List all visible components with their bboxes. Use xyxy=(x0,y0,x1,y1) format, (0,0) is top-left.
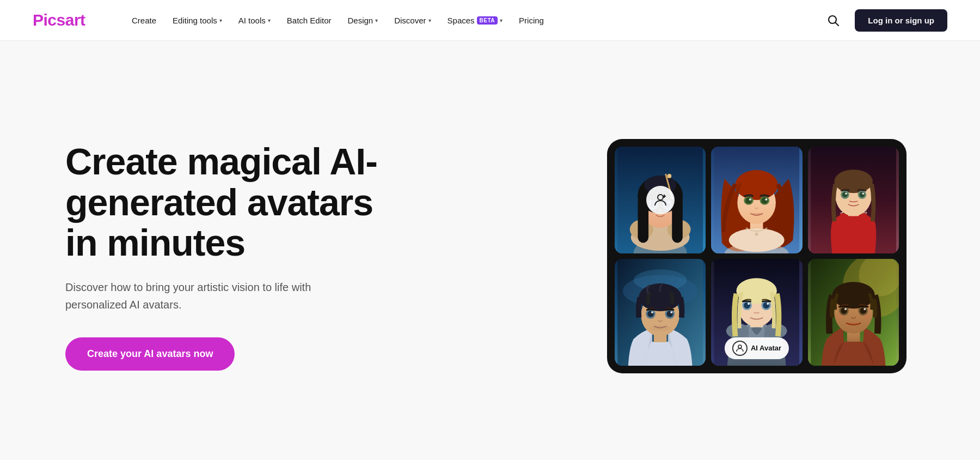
hero-left: Create magical AI-generated avatars in m… xyxy=(65,141,403,371)
avatar-cell-golden xyxy=(808,259,899,366)
svg-point-73 xyxy=(767,302,769,305)
svg-point-67 xyxy=(737,278,777,304)
hero-title: Create magical AI-generated avatars in m… xyxy=(65,141,403,263)
cta-button[interactable]: Create your AI avatars now xyxy=(65,337,235,371)
chevron-down-icon: ▾ xyxy=(219,17,222,23)
search-button[interactable] xyxy=(822,9,844,31)
nav-item-editing-tools[interactable]: Editing tools ▾ xyxy=(166,11,229,29)
nav-item-batch-editor[interactable]: Batch Editor xyxy=(280,11,338,29)
svg-point-72 xyxy=(748,302,750,305)
golden-avatar-illustration xyxy=(808,259,899,366)
nav-item-discover[interactable]: Discover ▾ xyxy=(388,11,437,29)
chevron-down-icon: ▾ xyxy=(375,17,378,23)
svg-point-88 xyxy=(862,313,871,319)
avatar-icon xyxy=(732,341,748,356)
chevron-down-icon: ▾ xyxy=(500,17,503,23)
add-person-icon xyxy=(653,192,668,208)
svg-point-28 xyxy=(729,228,785,251)
svg-point-22 xyxy=(658,195,663,200)
redhead-avatar-illustration xyxy=(711,147,802,253)
nav-item-design[interactable]: Design ▾ xyxy=(341,11,385,29)
chevron-down-icon: ▾ xyxy=(268,17,271,23)
avatar-cell-dark-young xyxy=(615,259,706,366)
nav-item-ai-tools[interactable]: AI tools ▾ xyxy=(232,11,277,29)
hero-section: Create magical AI-generated avatars in m… xyxy=(0,41,980,460)
svg-point-74 xyxy=(738,345,742,348)
avatar-cell-anime xyxy=(615,147,706,253)
header-right: Log in or sign up xyxy=(822,9,947,32)
svg-text:Picsart: Picsart xyxy=(33,11,85,29)
svg-point-36 xyxy=(765,198,768,201)
svg-point-46 xyxy=(859,192,865,197)
svg-point-37 xyxy=(755,232,758,235)
svg-point-45 xyxy=(842,192,848,197)
svg-point-59 xyxy=(651,311,653,313)
svg-point-48 xyxy=(862,192,864,195)
svg-point-30 xyxy=(736,170,778,200)
svg-point-35 xyxy=(749,198,751,201)
svg-point-34 xyxy=(762,197,768,204)
svg-line-2 xyxy=(836,23,839,26)
svg-point-85 xyxy=(844,308,847,310)
hero-right: AI Avatar xyxy=(599,139,915,373)
spaces-beta-badge: BETA xyxy=(477,16,498,25)
red-dress-avatar-illustration xyxy=(808,147,899,253)
svg-point-86 xyxy=(863,308,866,310)
hero-subtitle: Discover how to bring your artistic visi… xyxy=(65,279,348,313)
svg-point-61 xyxy=(650,325,671,331)
main-nav: Create Editing tools ▾ AI tools ▾ Batch … xyxy=(125,11,550,29)
login-signup-button[interactable]: Log in or sign up xyxy=(855,9,947,32)
avatar-cell-redhead xyxy=(711,147,802,253)
nav-item-spaces[interactable]: Spaces BETA ▾ xyxy=(441,11,510,29)
svg-point-33 xyxy=(745,197,752,204)
nav-item-create[interactable]: Create xyxy=(125,11,163,29)
add-person-overlay xyxy=(646,186,675,214)
svg-point-47 xyxy=(845,192,847,195)
ai-avatar-label: AI Avatar xyxy=(725,337,789,359)
svg-point-60 xyxy=(670,311,672,313)
svg-point-42 xyxy=(834,170,873,193)
search-icon xyxy=(826,14,840,27)
avatar-cell-red-dress xyxy=(808,147,899,253)
svg-point-87 xyxy=(836,313,844,319)
avatar-collage: AI Avatar xyxy=(607,139,906,373)
logo[interactable]: Picsart xyxy=(33,8,103,33)
header-left: Picsart Create Editing tools ▾ AI tools … xyxy=(33,8,550,33)
young-man-avatar-illustration xyxy=(615,259,706,366)
svg-point-15 xyxy=(667,173,671,178)
nav-item-pricing[interactable]: Pricing xyxy=(512,11,550,29)
avatar-cell-armor: AI Avatar xyxy=(711,259,802,366)
header: Picsart Create Editing tools ▾ AI tools … xyxy=(0,0,980,41)
ai-avatar-label-text: AI Avatar xyxy=(751,344,781,352)
chevron-down-icon: ▾ xyxy=(428,17,431,23)
person-icon xyxy=(736,344,744,353)
